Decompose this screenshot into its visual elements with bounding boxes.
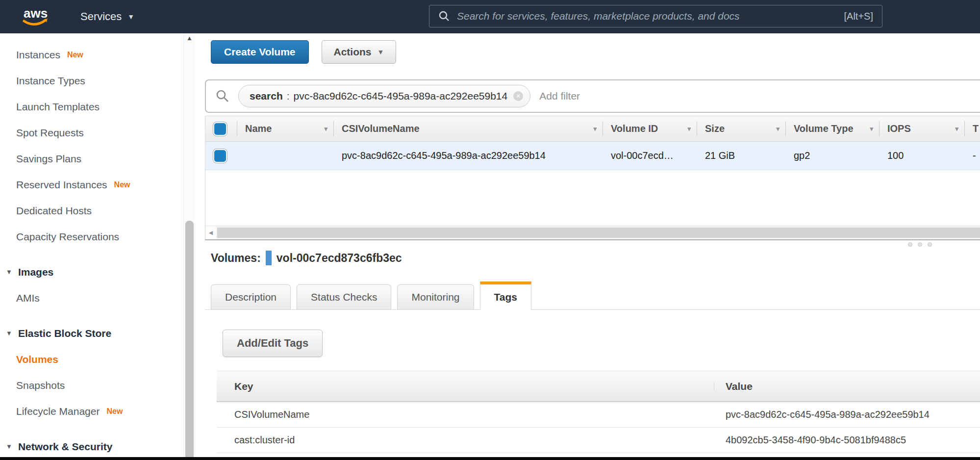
global-search-box[interactable]: [Alt+S] [429,5,882,27]
sidebar-item-reserved-instances[interactable]: Reserved Instances New [0,172,183,198]
volumes-table: Name ▾ CSIVolumeName ▾ Volume ID ▾ Size … [205,116,980,240]
column-header-throughput[interactable]: T [964,116,980,141]
new-badge: New [67,51,83,59]
main-content: Create Volume Actions ▼ search : pvc-8ac… [195,33,980,457]
selection-indicator [266,251,272,265]
sort-caret-icon: ▾ [324,125,327,132]
sidebar-item-volumes[interactable]: Volumes [0,346,183,372]
tab-status-checks[interactable]: Status Checks [297,284,391,309]
chevron-down-icon: ▼ [377,48,384,56]
services-label: Services [80,10,122,23]
triangle-down-icon: ▼ [6,443,12,450]
pane-resize-handle[interactable] [908,242,932,247]
detail-header-label: Volumes: [211,252,261,265]
select-all-checkbox-cell [205,116,237,141]
volume-row[interactable]: pvc-8ac9d62c-c645-495a-989a-ac292ee59b14… [205,142,980,170]
sort-caret-icon: ▾ [687,125,691,132]
filter-value: pvc-8ac9d62c-c645-495a-989a-ac292ee59b14 [294,90,508,102]
top-nav: aws Services ▼ [Alt+S] [0,0,980,33]
window-bottom-edge [0,457,980,460]
global-search-input[interactable] [457,10,837,22]
cell-throughput: - [964,142,980,170]
sidebar-item-lifecycle-manager[interactable]: Lifecycle Manager New [0,398,183,424]
sort-caret-icon: ▾ [870,125,873,132]
cell-volume-type: gp2 [785,142,879,170]
column-header-volume-id[interactable]: Volume ID ▾ [603,116,697,141]
sort-caret-icon: ▾ [776,125,779,132]
filter-separator: : [287,90,290,102]
column-header-size[interactable]: Size ▾ [697,116,785,141]
search-icon [438,10,450,22]
services-menu[interactable]: Services ▼ [80,10,134,23]
sidebar: Instances New Instance Types Launch Temp… [0,33,183,457]
tags-table: Key Value CSIVolumeName pvc-8ac9d62c-c64… [217,371,980,453]
actions-button[interactable]: Actions ▼ [322,40,397,64]
add-edit-tags-button[interactable]: Add/Edit Tags [223,330,323,357]
sidebar-item-capacity-reservations[interactable]: Capacity Reservations [0,224,183,250]
sidebar-item-snapshots[interactable]: Snapshots [0,372,183,398]
volumes-table-header: Name ▾ CSIVolumeName ▾ Volume ID ▾ Size … [205,116,980,142]
tags-table-header: Key Value [217,371,980,402]
svg-text:aws: aws [24,6,48,21]
tag-key: CSIVolumeName [217,409,714,420]
sidebar-scrollbar[interactable]: ▲ [183,33,195,457]
aws-logo[interactable]: aws [19,5,53,28]
cell-csi-volume-name: pvc-8ac9d62c-c645-495a-989a-ac292ee59b14 [333,142,603,170]
search-icon [216,89,229,103]
tab-monitoring[interactable]: Monitoring [397,284,474,309]
triangle-down-icon: ▼ [6,268,12,276]
sidebar-item-launch-templates[interactable]: Launch Templates [0,94,183,120]
cell-size: 21 GiB [697,142,785,170]
tag-value: 4b092cb5-3458-4f90-9b4c-5081bf9488c5 [714,434,980,446]
horizontal-scrollbar-thumb[interactable] [217,228,980,238]
column-header-csi-volume-name[interactable]: CSIVolumeName ▾ [333,116,603,141]
selected-volume-id: vol-00c7ecd873c6fb3ec [276,252,402,265]
select-all-checkbox[interactable] [213,122,227,136]
tag-key: cast:cluster-id [217,434,714,446]
scroll-left-icon[interactable]: ◀ [205,226,216,239]
sidebar-section-images[interactable]: ▼ Images [0,259,183,285]
sidebar-section-network-security[interactable]: ▼ Network & Security [0,434,183,457]
triangle-down-icon: ▼ [6,330,12,337]
tag-value: pvc-8ac9d62c-c645-495a-989a-ac292ee59b14 [714,409,980,420]
row-checkbox[interactable] [213,149,227,163]
sidebar-item-spot-requests[interactable]: Spot Requests [0,120,183,146]
search-shortcut-hint: [Alt+S] [844,11,873,22]
detail-header: Volumes: vol-00c7ecd873c6fb3ec [211,248,402,268]
add-filter-input[interactable] [539,90,980,102]
column-header-value: Value [714,381,980,392]
horizontal-scrollbar[interactable]: ◀ [205,226,980,239]
column-header-key: Key [217,381,714,392]
sort-caret-icon: ▾ [955,125,958,132]
close-icon[interactable]: ✕ [513,91,523,101]
tab-tags[interactable]: Tags [480,281,531,310]
tag-row: cast:cluster-id 4b092cb5-3458-4f90-9b4c-… [217,428,980,453]
sidebar-item-dedicated-hosts[interactable]: Dedicated Hosts [0,198,183,224]
sidebar-item-savings-plans[interactable]: Savings Plans [0,146,183,172]
filter-bar: search : pvc-8ac9d62c-c645-495a-989a-ac2… [205,79,980,113]
cell-iops: 100 [879,142,964,170]
column-header-volume-type[interactable]: Volume Type ▾ [785,116,879,141]
sidebar-item-instance-types[interactable]: Instance Types [0,68,183,94]
chevron-down-icon: ▼ [127,13,134,21]
column-header-iops[interactable]: IOPS ▾ [879,116,964,141]
sort-caret-icon: ▾ [593,125,597,132]
new-badge: New [114,180,130,189]
tab-description[interactable]: Description [211,284,291,309]
scroll-up-icon[interactable]: ▲ [184,34,195,42]
new-badge: New [106,407,123,416]
sidebar-item-instances[interactable]: Instances New [0,42,183,68]
sidebar-item-amis[interactable]: AMIs [0,285,183,311]
filter-key: search [250,90,283,102]
cell-name [237,142,333,170]
create-volume-button[interactable]: Create Volume [211,40,309,64]
row-checkbox-cell [205,142,237,170]
sidebar-scrollbar-thumb[interactable] [185,221,194,457]
column-header-name[interactable]: Name ▾ [237,116,333,141]
sidebar-section-elastic-block-store[interactable]: ▼ Elastic Block Store [0,320,183,346]
tag-row: CSIVolumeName pvc-8ac9d62c-c645-495a-989… [217,402,980,428]
cell-volume-id: vol-00c7ecd… [603,142,697,170]
detail-tabs: Description Status Checks Monitoring Tag… [205,281,980,310]
filter-tag[interactable]: search : pvc-8ac9d62c-c645-495a-989a-ac2… [238,85,530,107]
toolbar: Create Volume Actions ▼ [211,40,396,64]
